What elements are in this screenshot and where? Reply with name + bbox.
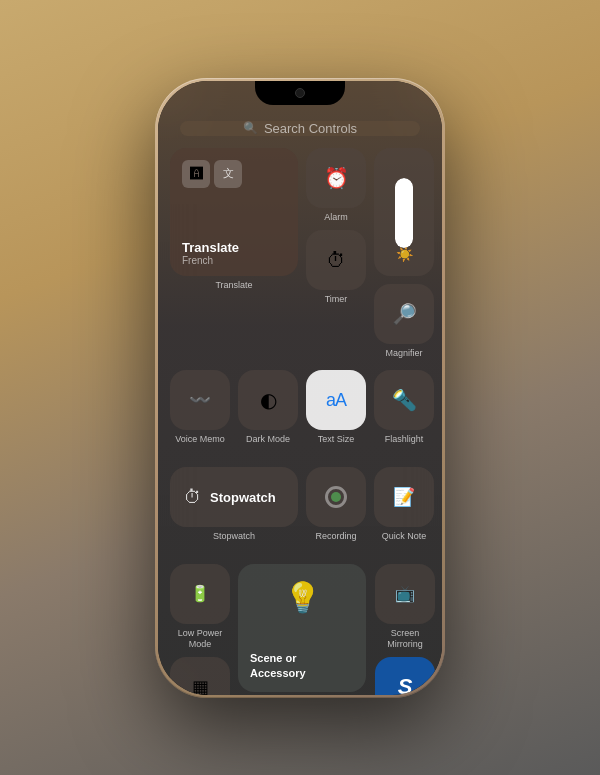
control-center-screen: 🔍 Search Controls 🅰: [158, 81, 442, 695]
voice-memo-label: Voice Memo: [175, 434, 225, 445]
scene-wrapper: 💡 Scene or Accessory Home: [238, 564, 366, 695]
voice-memo-tile[interactable]: 〰️: [170, 370, 230, 430]
translate-subtitle: French: [182, 255, 213, 266]
text-size-tile[interactable]: aA: [306, 370, 366, 430]
row-2: 〰️ Voice Memo ◐ Dark Mode aA: [170, 370, 430, 445]
stopwatch-wrapper: ⏱ Stopwatch Stopwatch: [170, 467, 298, 542]
dark-mode-icon: ◐: [260, 388, 277, 412]
brightness-icon: ☀️: [396, 246, 413, 262]
alarm-label: Alarm: [324, 212, 348, 223]
translate-label: Translate: [215, 280, 252, 291]
mirror-shazam-col: 📺 Screen Mirroring S Recognize Music: [374, 564, 436, 695]
row-3: ⏱ Stopwatch Stopwatch Recording: [170, 467, 430, 542]
screen-mirror-tile[interactable]: 📺: [375, 564, 435, 624]
flashlight-tile[interactable]: 🔦: [374, 370, 434, 430]
voice-memo-icon: 〰️: [189, 389, 211, 411]
brightness-tile[interactable]: ☀️: [374, 148, 434, 276]
text-size-display: aA: [326, 390, 346, 411]
bright-mag-col: ☀️ 🔎 Magnifier: [374, 148, 434, 359]
recording-wrapper: Recording: [306, 467, 366, 542]
alarm-wrapper: ⏰ Alarm: [306, 148, 366, 223]
text-size-label: Text Size: [318, 434, 355, 445]
stopwatch-label: Stopwatch: [213, 531, 255, 542]
translate-icons: 🅰 文: [182, 160, 242, 188]
flashlight-label: Flashlight: [385, 434, 424, 445]
alarm-timer-col: ⏰ Alarm ⏱ Timer: [306, 148, 366, 306]
screen-mirror-label: Screen Mirroring: [374, 628, 436, 650]
translate-icon-b: 文: [214, 160, 242, 188]
recognize-music-wrapper: S Recognize Music: [374, 657, 436, 694]
magnifier-tile[interactable]: 🔎: [374, 284, 434, 344]
search-controls-bar[interactable]: 🔍 Search Controls: [180, 121, 420, 136]
low-power-icon: 🔋: [190, 584, 210, 603]
quick-note-wrapper: 📝 Quick Note: [374, 467, 434, 542]
magnifier-label: Magnifier: [385, 348, 422, 359]
screen-mirror-wrapper: 📺 Screen Mirroring: [374, 564, 436, 650]
stopwatch-icon: ⏱: [184, 487, 202, 508]
alarm-tile[interactable]: ⏰: [306, 148, 366, 208]
text-size-wrapper: aA Text Size: [306, 370, 366, 445]
controls-grid: 🅰 文 Translate French Transla: [170, 148, 430, 695]
flashlight-icon: 🔦: [392, 388, 417, 412]
timer-label: Timer: [325, 294, 348, 305]
recording-dot-inner: [331, 492, 341, 502]
scan-code-tile[interactable]: ▦: [170, 657, 230, 694]
quick-note-label: Quick Note: [382, 531, 427, 542]
notch: [255, 81, 345, 105]
screen-mirror-icon: 📺: [395, 584, 415, 603]
alarm-icon: ⏰: [324, 166, 349, 190]
recording-tile[interactable]: [306, 467, 366, 527]
stopwatch-tile[interactable]: ⏱ Stopwatch: [170, 467, 298, 527]
lp-scan-col: 🔋 Low Power Mode ▦ Scan Code: [170, 564, 230, 695]
quick-note-tile[interactable]: 📝: [374, 467, 434, 527]
scan-code-wrapper: ▦ Scan Code: [170, 657, 230, 694]
flashlight-wrapper: 🔦 Flashlight: [374, 370, 434, 445]
brightness-fill: [395, 178, 413, 248]
recognize-music-tile[interactable]: S: [375, 657, 435, 694]
stopwatch-title: Stopwatch: [210, 490, 276, 505]
timer-tile[interactable]: ⏱: [306, 230, 366, 290]
timer-wrapper: ⏱ Timer: [306, 230, 366, 305]
search-icon: 🔍: [243, 121, 258, 135]
low-power-tile[interactable]: 🔋: [170, 564, 230, 624]
row-1: 🅰 文 Translate French Transla: [170, 148, 430, 359]
magnifier-icon: 🔎: [392, 302, 417, 326]
brightness-wrapper: ☀️: [374, 148, 434, 276]
magnifier-wrapper: 🔎 Magnifier: [374, 284, 434, 359]
translate-wrapper: 🅰 文 Translate French Transla: [170, 148, 298, 291]
phone-frame: 🔍 Search Controls 🅰: [155, 78, 445, 698]
scene-title: Scene or Accessory: [250, 651, 354, 680]
translate-title: Translate: [182, 240, 239, 255]
row-4: 🔋 Low Power Mode ▦ Scan Code: [170, 564, 430, 695]
recording-dot: [325, 486, 347, 508]
low-power-label: Low Power Mode: [170, 628, 230, 650]
scene-tile[interactable]: 💡 Scene or Accessory: [238, 564, 366, 692]
translate-icon-a: 🅰: [182, 160, 210, 188]
voice-memo-wrapper: 〰️ Voice Memo: [170, 370, 230, 445]
scan-code-icon: ▦: [192, 676, 209, 694]
dark-mode-label: Dark Mode: [246, 434, 290, 445]
dark-mode-wrapper: ◐ Dark Mode: [238, 370, 298, 445]
camera-pill: [295, 88, 305, 98]
timer-icon: ⏱: [326, 249, 346, 272]
low-power-wrapper: 🔋 Low Power Mode: [170, 564, 230, 650]
brightness-bar: [395, 178, 413, 248]
quick-note-icon: 📝: [393, 486, 415, 508]
search-bar-label: Search Controls: [264, 121, 357, 136]
dark-mode-tile[interactable]: ◐: [238, 370, 298, 430]
phone-screen-area: 🔍 Search Controls 🅰: [158, 81, 442, 695]
translate-tile[interactable]: 🅰 文 Translate French: [170, 148, 298, 276]
bulb-icon: 💡: [284, 580, 321, 615]
shazam-icon: S: [398, 674, 413, 694]
recording-label: Recording: [315, 531, 356, 542]
